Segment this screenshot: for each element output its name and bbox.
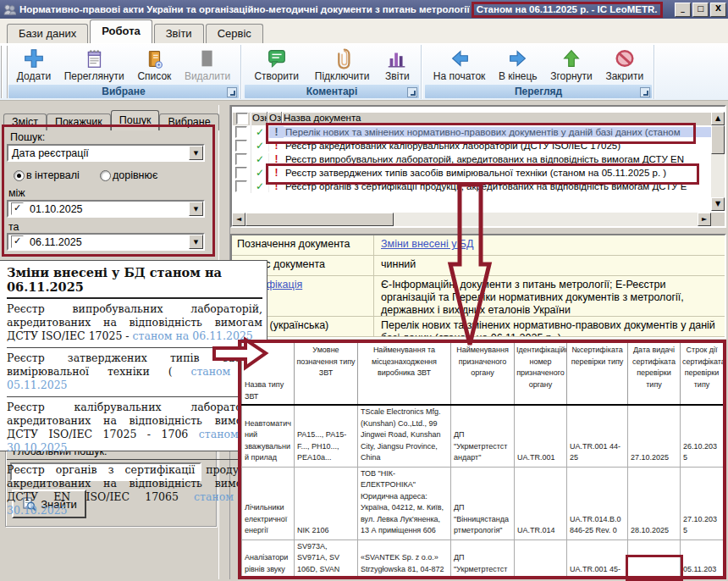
group-title-label: Вибране <box>102 86 145 97</box>
search-field-value: Дата реєстрації <box>8 147 189 159</box>
cert-cell: UA.TR.001 <box>515 540 567 579</box>
scroll-down-icon[interactable]: ▼ <box>711 197 725 211</box>
delete-button[interactable]: Видалити <box>182 46 233 83</box>
maximize-button[interactable]: □ <box>692 3 709 17</box>
cert-cell: UA.TR.014 <box>515 467 567 540</box>
collapse-button[interactable]: Згорнути <box>548 46 595 83</box>
scrollbar-track[interactable] <box>394 213 698 226</box>
checkbox[interactable] <box>236 113 248 125</box>
attach-comment-button[interactable]: Підключити <box>312 46 372 83</box>
check-icon: ✓ <box>251 167 269 179</box>
document-row[interactable]: ✓ ! Реєстр затверджених типів засобів ви… <box>232 166 725 180</box>
radio-interval[interactable] <box>14 170 25 181</box>
check-icon: ✓ <box>251 140 269 152</box>
cert-header-cell: Ідентифікаційний номер призначеного орга… <box>515 343 567 405</box>
ribbon-buttons: Створити Підключити Зв <box>243 45 421 85</box>
radio-interval-label: в інтервалі <box>26 169 80 181</box>
changes-link[interactable]: Зміни внесені у БД <box>381 238 474 250</box>
add-button[interactable]: Додати <box>14 46 53 83</box>
dialog-launcher-icon[interactable] <box>227 87 237 97</box>
ribbon-group-title: Вибране <box>8 85 239 98</box>
checked-checkbox check-icon[interactable]: ✓ <box>11 235 24 248</box>
date-from-combo[interactable]: ✓ 01.10.2025 ▼ <box>7 200 205 218</box>
chevron-down-icon[interactable]: ▼ <box>189 202 203 216</box>
menu-tab-bar: Бази даних Робота Звіти Сервіс <box>0 19 728 44</box>
delete-icon <box>196 47 219 70</box>
header-ozn-2[interactable]: Озн <box>267 112 282 125</box>
document-row[interactable]: ✓ ! Реєстр випробувальних лабораторій, а… <box>232 152 725 166</box>
header-checkbox-cell[interactable] <box>232 112 251 125</box>
scroll-up-icon[interactable]: ▲ <box>711 112 725 125</box>
sidebar-tab-zmist[interactable]: Зміст <box>3 113 47 130</box>
arrow-up-icon <box>560 47 583 70</box>
horizontal-scrollbar[interactable]: ◄ ► <box>232 213 711 226</box>
dialog-launcher-icon[interactable] <box>407 87 417 97</box>
tab-servis[interactable]: Сервіс <box>206 24 263 43</box>
property-value: Перелік нових та змінених нормативно-пра… <box>374 317 725 337</box>
chevron-down-icon[interactable]: ▼ <box>189 235 203 249</box>
sidebar-tab-pokazhchyk[interactable]: Покажчик <box>47 113 111 130</box>
search-field-select[interactable]: Дата реєстрації ▼ <box>7 144 205 162</box>
go-first-button[interactable]: На початок <box>431 46 488 83</box>
tab-robota[interactable]: Робота <box>90 19 152 43</box>
view-button[interactable]: Переглянути <box>62 46 127 83</box>
cert-cell: ДП "Укрметртестстандарт" <box>451 405 515 467</box>
scrollbar-thumb[interactable] <box>711 125 725 154</box>
checkbox[interactable] <box>235 167 247 179</box>
report-paragraph: Реєстр затверджених типів засобів вимірю… <box>7 348 262 397</box>
list-button[interactable]: Список <box>135 46 174 83</box>
app-icon <box>3 3 16 16</box>
cert-header-cell: №сертифіката перевірки типу <box>567 343 628 405</box>
date-to-combo[interactable]: ✓ 06.11.2025 ▼ <box>7 233 205 251</box>
go-last-button[interactable]: В кінець <box>496 46 540 83</box>
cert-cell: ДП "Укрметртестстандарт" <box>451 540 515 579</box>
scroll-left-icon[interactable]: ◄ <box>232 213 245 226</box>
document-title: Реєстр випробувальних лабораторій, акред… <box>284 154 725 164</box>
checkbox[interactable] <box>235 126 247 138</box>
button-label: Видалити <box>185 70 230 82</box>
row-checkbox-cell <box>232 125 251 139</box>
and-label: та <box>8 221 19 233</box>
close-doc-button[interactable]: Закрити <box>603 46 646 83</box>
dialog-launcher-icon[interactable] <box>640 87 650 97</box>
cert-cell: UA.TR.014.B.0846-25 Rev. 0 <box>567 467 628 540</box>
header-ozn-1[interactable]: Озн <box>251 112 267 125</box>
checkbox[interactable] <box>235 140 247 152</box>
document-title: Перелік нових та змінених нормативно-пра… <box>284 127 725 137</box>
create-comment-button[interactable]: Створити <box>251 46 301 83</box>
cert-cell: PA15..., PA15-F..., PH10..., PEA10a... <box>295 405 358 467</box>
row-checkbox-cell <box>232 152 251 166</box>
document-row[interactable]: ✓ ! Перелік нових та змінених нормативно… <box>232 125 725 139</box>
checkbox[interactable] <box>235 153 247 165</box>
radio-equals[interactable] <box>100 170 111 181</box>
cert-cell: 27.10.2035 <box>681 467 724 540</box>
document-properties-panel: Позначення документа Зміни внесені у БД … <box>230 234 726 339</box>
important-icon: ! <box>269 153 284 165</box>
sidebar-tab-vybrane[interactable]: Вибране <box>159 113 218 130</box>
cert-cell: SV973A, SV971A, SV 106D, SVAN 958A <box>295 540 358 579</box>
tab-zvity[interactable]: Звіти <box>154 24 204 43</box>
cert-header-cell: Умовне позначення типу ЗВТ <box>295 343 358 405</box>
document-row[interactable]: ✓ ! Реєстр акредитованих калібрувальних … <box>232 139 725 152</box>
tab-bazy-danykh[interactable]: Бази даних <box>7 24 88 43</box>
close-button[interactable]: X <box>710 3 726 17</box>
button-label: Переглянути <box>64 70 124 82</box>
notepad-icon <box>82 47 106 70</box>
vertical-scrollbar[interactable]: ▲ ▼ <box>711 112 725 211</box>
certified-types-table-overlay: Назва типу ЗВТ Умовне позначення типу ЗВ… <box>238 340 726 579</box>
document-row[interactable]: ✓ ! Реєстр органів з сертифікації продук… <box>232 180 725 193</box>
checkbox[interactable] <box>235 180 247 192</box>
reports-button[interactable]: Звіти <box>383 46 412 83</box>
minimize-button[interactable]: _ <box>675 3 691 17</box>
chevron-down-icon[interactable]: ▼ <box>189 146 203 160</box>
cert-header-cell: Найменування призначеного органу <box>451 343 515 405</box>
sidebar-tab-poshuk[interactable]: Пошук <box>111 110 160 130</box>
header-document-name[interactable]: Назва документа <box>282 112 725 125</box>
scrollbar-thumb[interactable] <box>245 213 394 226</box>
ribbon-group-comments: Створити Підключити Зв <box>243 45 422 99</box>
scroll-right-icon[interactable]: ► <box>698 213 711 226</box>
checked-checkbox check-icon[interactable]: ✓ <box>11 202 24 215</box>
button-label: Додати <box>17 70 51 82</box>
button-label: Звіти <box>385 70 410 82</box>
date-to-value: 06.11.2025 <box>26 236 189 248</box>
